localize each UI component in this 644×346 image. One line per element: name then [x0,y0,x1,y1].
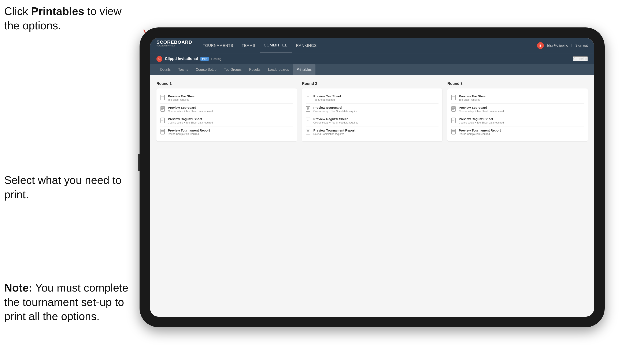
main-content: Round 1 Preview Tee Sheet Tee Sheet requ… [150,75,594,317]
round-3-tournament-report-text: Preview Tournament Report Round Completi… [459,129,584,136]
user-avatar: B [537,42,544,49]
nav-teams[interactable]: TEAMS [238,38,260,53]
annotation-bottom-bold: Note: [4,282,32,294]
round-3-scorecard[interactable]: Preview Scorecard Course setup + Tee She… [451,104,584,115]
nav-links: TOURNAMENTS TEAMS COMMITTEE RANKINGS [198,38,537,53]
tournament-name: Clippd Invitational [165,57,198,61]
svg-rect-12 [161,118,164,123]
round-1-tournament-report-text: Preview Tournament Report Round Completi… [168,129,293,136]
tab-bar: Details Teams Course Setup Tee Groups Re… [150,64,594,75]
round-2-tournament-report-subtitle: Round Completion required [313,133,438,136]
annotation-bottom: Note: You must complete the tournament s… [4,281,131,324]
tab-results[interactable]: Results [246,64,264,75]
round-2-title: Round 2 [302,81,442,86]
tab-tee-groups[interactable]: Tee Groups [220,64,246,75]
r2-tee-sheet-icon [306,95,311,101]
r2-tournament-report-icon [306,129,311,135]
round-3-raguzzi-text: Preview Raguzzi Sheet Course setup + Tee… [459,117,584,124]
round-3-tee-sheet[interactable]: Preview Tee Sheet Tee Sheet required [451,92,584,104]
round-3-tournament-report-title: Preview Tournament Report [459,129,584,132]
round-2-scorecard-text: Preview Scorecard Course setup + Tee She… [313,106,438,113]
logo-sub: Powered by clippi [156,44,192,47]
raguzzi-icon [160,118,165,124]
round-1-tee-sheet[interactable]: Preview Tee Sheet Tee Sheet required [160,92,293,104]
round-2-tee-sheet-subtitle: Tee Sheet required [313,98,438,101]
r3-raguzzi-icon [451,118,456,124]
scorecard-icon [160,106,165,112]
tee-sheet-icon [160,95,165,101]
round-1-title: Round 1 [156,81,297,86]
tablet-device: SCOREBOARD Powered by clippi TOURNAMENTS… [140,27,605,327]
round-2-scorecard-subtitle: Course setup + Tee Sheet data required [313,110,438,113]
round-2-tee-sheet-text: Preview Tee Sheet Tee Sheet required [313,94,438,101]
round-3-card: Preview Tee Sheet Tee Sheet required Pre… [447,88,588,142]
tab-details[interactable]: Details [156,64,174,75]
tournament-title-block: C Clippd Invitational Men Hosting [156,56,573,62]
round-3-scorecard-title: Preview Scorecard [459,106,584,109]
round-1-tournament-report-subtitle: Round Completion required [168,133,293,136]
round-2-scorecard[interactable]: Preview Scorecard Course setup + Tee She… [306,104,438,115]
cancel-button[interactable]: Cancel ✕ [573,56,588,61]
cancel-label: Cancel [573,57,584,61]
round-2-tournament-report[interactable]: Preview Tournament Report Round Completi… [306,127,438,138]
annotation-middle-text: Select what you need to print. [4,174,122,200]
round-2-raguzzi[interactable]: Preview Raguzzi Sheet Course setup + Tee… [306,115,438,127]
round-1-scorecard-title: Preview Scorecard [168,106,293,109]
svg-rect-4 [161,95,164,100]
round-2-tee-sheet-title: Preview Tee Sheet [313,94,438,98]
tablet-screen: SCOREBOARD Powered by clippi TOURNAMENTS… [150,38,594,317]
nav-committee[interactable]: COMMITTEE [260,38,292,53]
round-2-section: Round 2 Preview Tee Sheet Tee Sheet requ… [302,81,442,142]
tournament-badge: Men [200,57,209,61]
round-3-section: Round 3 Preview Tee Sheet Tee Sheet requ… [447,81,588,142]
round-3-tee-sheet-text: Preview Tee Sheet Tee Sheet required [459,94,584,101]
tab-printables[interactable]: Printables [293,64,316,75]
nav-right: B blair@clippi.io | Sign out [537,42,588,49]
svg-rect-32 [306,129,310,134]
rounds-grid: Round 1 Preview Tee Sheet Tee Sheet requ… [156,81,588,142]
round-3-scorecard-text: Preview Scorecard Course setup + Tee She… [459,106,584,113]
nav-rankings[interactable]: RANKINGS [292,38,321,53]
round-3-raguzzi-subtitle: Course setup + Tee Sheet data required [459,121,584,124]
round-1-tee-sheet-subtitle: Tee Sheet required [168,98,293,101]
logo-block: SCOREBOARD Powered by clippi [156,40,192,51]
r3-scorecard-icon [451,106,456,112]
tab-leaderboards[interactable]: Leaderboards [264,64,293,75]
svg-rect-24 [306,106,310,111]
svg-rect-44 [452,118,456,123]
round-1-tournament-report[interactable]: Preview Tournament Report Round Completi… [160,127,293,138]
tab-teams[interactable]: Teams [174,64,192,75]
tablet-side-button[interactable] [138,154,140,171]
tab-course-setup[interactable]: Course Setup [192,64,220,75]
round-1-scorecard[interactable]: Preview Scorecard Course setup + Tee She… [160,104,293,115]
r2-scorecard-icon [306,106,311,112]
round-2-tournament-report-text: Preview Tournament Report Round Completi… [313,129,438,136]
r3-tee-sheet-icon [451,95,456,101]
round-3-scorecard-subtitle: Course setup + Tee Sheet data required [459,110,584,113]
tournament-report-icon [160,129,165,135]
round-1-tournament-report-title: Preview Tournament Report [168,129,293,132]
round-3-raguzzi[interactable]: Preview Raguzzi Sheet Course setup + Tee… [451,115,584,127]
round-2-raguzzi-text: Preview Raguzzi Sheet Course setup + Tee… [313,117,438,124]
round-3-raguzzi-title: Preview Raguzzi Sheet [459,117,584,121]
annotation-bold: Printables [31,5,84,17]
round-2-tee-sheet[interactable]: Preview Tee Sheet Tee Sheet required [306,92,438,104]
round-2-scorecard-title: Preview Scorecard [313,106,438,109]
user-email: blair@clippi.io [547,44,568,47]
round-2-card: Preview Tee Sheet Tee Sheet required Pre… [302,88,442,142]
svg-rect-36 [452,95,456,100]
app-logo: SCOREBOARD Powered by clippi [156,39,192,47]
svg-rect-40 [452,106,456,111]
sub-nav: C Clippd Invitational Men Hosting Cancel… [150,53,594,64]
svg-rect-28 [306,118,310,123]
app-wrapper: SCOREBOARD Powered by clippi TOURNAMENTS… [150,38,594,317]
round-1-scorecard-text: Preview Scorecard Course setup + Tee She… [168,106,293,113]
svg-rect-20 [306,95,310,100]
nav-separator: | [571,44,572,47]
round-3-tournament-report[interactable]: Preview Tournament Report Round Completi… [451,127,584,138]
sign-out-link[interactable]: Sign out [575,44,588,47]
nav-tournaments[interactable]: TOURNAMENTS [198,38,238,53]
round-3-tee-sheet-title: Preview Tee Sheet [459,94,584,98]
round-3-title: Round 3 [447,81,588,86]
round-1-raguzzi[interactable]: Preview Raguzzi Sheet Course setup + Tee… [160,115,293,127]
